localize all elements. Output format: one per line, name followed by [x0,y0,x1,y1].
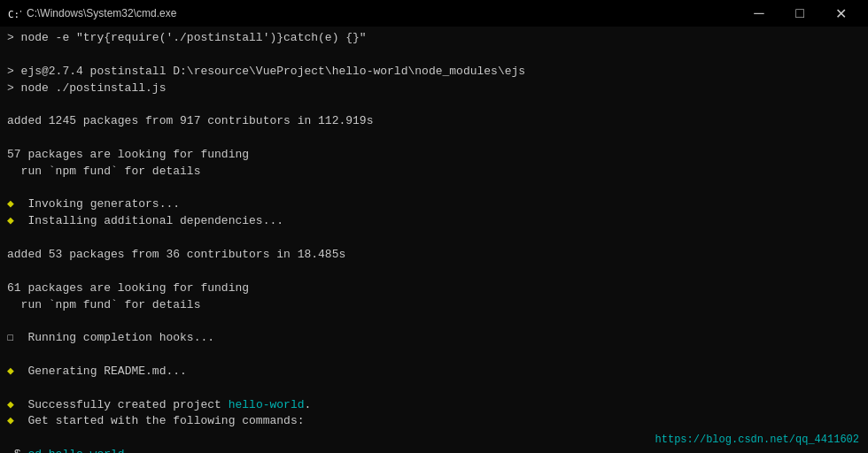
line-1: > node -e "try{require('./postinstall')}… [7,30,861,47]
line-21: ◆ Generating README.md... [7,364,861,380]
line-blank-6 [7,264,861,280]
line-8: 57 packages are looking for funding [7,147,861,164]
line-3: > ejs@2.7.4 postinstall D:\resource\VueP… [7,64,861,81]
line-blank-9 [7,380,861,397]
diamond-icon-4: ◆ [7,398,14,411]
title-bar-left: C:\ C:\Windows\System32\cmd.exe [7,6,176,20]
title-bar: C:\ C:\Windows\System32\cmd.exe ─ □ ✕ [0,0,868,27]
line-blank-3 [7,130,861,147]
diamond-icon-3: ◆ [7,365,14,378]
window-controls: ─ □ ✕ [739,0,861,27]
diamond-icon-2: ◆ [7,214,14,227]
minimize-button[interactable]: ─ [739,0,779,27]
line-19: ☐ Running completion hooks... [7,330,861,347]
line-blank-5 [7,230,861,247]
line-blank-2 [7,96,861,113]
line-blank-1 [7,47,861,64]
project-name: hello-world [229,398,305,411]
line-blank-7 [7,313,861,330]
line-17: run `npm fund` for details [7,297,861,314]
line-24: ◆ Get started with the following command… [7,413,861,430]
close-button[interactable]: ✕ [820,0,861,27]
line-blank-4 [7,180,861,197]
line-23: ◆ Successfully created project hello-wor… [7,397,861,414]
maximize-button[interactable]: □ [779,0,820,27]
watermark: https://blog.csdn.net/qq_4411602 [655,434,859,446]
line-9: run `npm fund` for details [7,164,861,180]
window-title: C:\Windows\System32\cmd.exe [27,7,176,19]
line-26: $ cd hello-world [7,447,861,453]
terminal-body[interactable]: > node -e "try{require('./postinstall')}… [0,27,868,453]
line-6: added 1245 packages from 917 contributor… [7,113,861,130]
checkbox-icon: ☐ [7,331,14,344]
cmd-icon: C:\ [7,6,21,20]
cmd-cd: cd hello-world [27,448,124,453]
diamond-icon-5: ◆ [7,414,14,427]
line-11: ◆ Invoking generators... [7,196,861,213]
line-14: added 53 packages from 36 contributors i… [7,247,861,264]
line-12: ◆ Installing additional dependencies... [7,213,861,230]
diamond-icon-1: ◆ [7,197,14,211]
svg-text:C:\: C:\ [8,9,21,20]
cmd-window: C:\ C:\Windows\System32\cmd.exe ─ □ ✕ > … [0,0,868,453]
line-blank-8 [7,347,861,364]
line-4: > node ./postinstall.js [7,81,861,97]
line-16: 61 packages are looking for funding [7,280,861,297]
